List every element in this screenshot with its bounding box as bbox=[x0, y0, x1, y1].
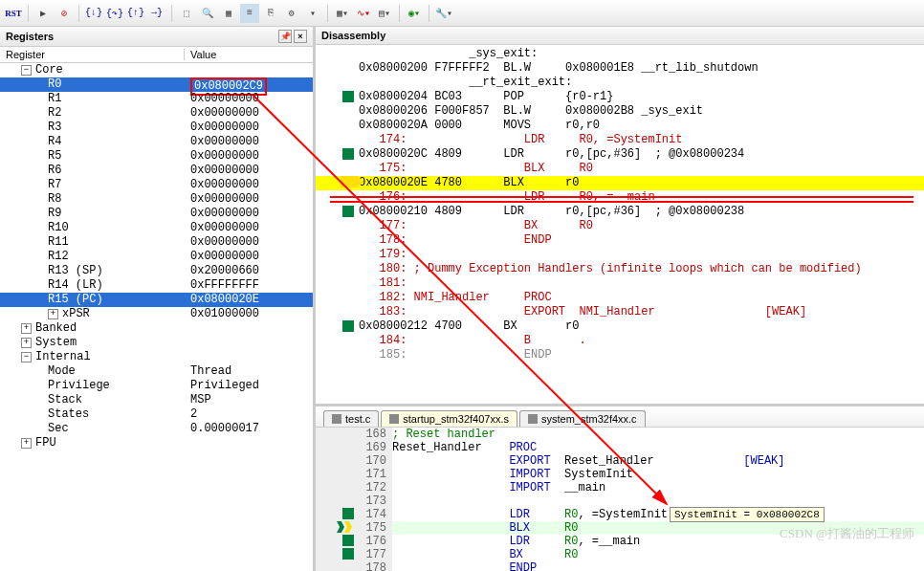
col-register: Register bbox=[0, 49, 185, 60]
register-row[interactable]: R100x00000000 bbox=[0, 221, 313, 235]
reset-button[interactable]: RST bbox=[4, 4, 23, 23]
source-line[interactable]: 174 LDR R0, =SystemInit bbox=[316, 508, 924, 521]
tooltip: SystemInit = 0x080002C8 bbox=[670, 507, 825, 522]
register-row[interactable]: R120x00000000 bbox=[0, 250, 313, 264]
register-row[interactable]: StackMSP bbox=[0, 393, 313, 407]
disasm-line[interactable]: 176: LDR R0, =__main bbox=[316, 190, 924, 205]
disasm-line[interactable]: 182: NMI_Handler PROC bbox=[316, 291, 924, 305]
register-row[interactable]: R30x00000000 bbox=[0, 121, 313, 135]
source-tab[interactable]: startup_stm32f407xx.s bbox=[381, 410, 517, 427]
source-line[interactable]: 173 bbox=[316, 494, 924, 508]
disasm-line[interactable]: 0x0800020A 0000 MOVS r0,r0 bbox=[316, 119, 924, 133]
register-row[interactable]: Sec0.00000017 bbox=[0, 422, 313, 436]
disasm-line[interactable]: 174: LDR R0, =SystemInit bbox=[316, 133, 924, 147]
col-value: Value bbox=[185, 49, 313, 60]
tb-icon-12[interactable]: 🔧▾ bbox=[434, 4, 453, 23]
register-row[interactable]: +Banked bbox=[0, 321, 313, 336]
watermark: CSDN @打酱油的工程师 bbox=[780, 525, 914, 542]
disasm-line[interactable]: 0x08000212 4700 BX r0 bbox=[316, 319, 924, 334]
register-row[interactable]: R10x00000000 bbox=[0, 92, 313, 106]
register-row[interactable]: R50x00000000 bbox=[0, 149, 313, 164]
register-row[interactable]: PrivilegePrivileged bbox=[0, 379, 313, 393]
disasm-line[interactable]: 0x08000204 BC03 POP {r0-r1} bbox=[316, 90, 924, 104]
disasm-line[interactable]: 0x0800020E 4780 BLX r0 bbox=[316, 176, 924, 190]
register-row[interactable]: R90x00000000 bbox=[0, 207, 313, 221]
register-tree[interactable]: −CoreR00x080002C9R10x00000000R20x0000000… bbox=[0, 63, 313, 571]
register-row[interactable]: R00x080002C9 bbox=[0, 77, 313, 92]
register-row[interactable]: +xPSR0x01000000 bbox=[0, 307, 313, 321]
tb-icon-11[interactable]: ◉▾ bbox=[405, 4, 424, 23]
disassembly-title: Disassembly bbox=[321, 30, 385, 41]
disasm-line[interactable]: 183: EXPORT NMI_Handler [WEAK] bbox=[316, 305, 924, 319]
source-view[interactable]: 168; Reset handler169Reset_Handler PROC1… bbox=[316, 428, 924, 571]
registers-title: Registers bbox=[6, 31, 54, 42]
register-row[interactable]: −Internal bbox=[0, 350, 313, 364]
tb-icon-10[interactable]: ▤▾ bbox=[375, 4, 394, 23]
source-line[interactable]: 178 ENDP bbox=[316, 561, 924, 571]
register-row[interactable]: States2 bbox=[0, 407, 313, 422]
disasm-line[interactable]: 179: bbox=[316, 248, 924, 262]
source-line[interactable]: 170 EXPORT Reset_Handler [WEAK] bbox=[316, 454, 924, 468]
disassembly-view[interactable]: _sys_exit:0x08000200 F7FFFFF2 BL.W 0x080… bbox=[316, 45, 924, 404]
disasm-line[interactable]: 180: ; Dummy Exception Handlers (infinit… bbox=[316, 262, 924, 276]
disasm-line[interactable]: 0x08000210 4809 LDR r0,[pc,#36] ; @0x080… bbox=[316, 205, 924, 219]
disasm-line[interactable]: 0x08000200 F7FFFFF2 BL.W 0x080001E8 __rt… bbox=[316, 61, 924, 76]
register-row[interactable]: R40x00000000 bbox=[0, 135, 313, 149]
source-tab[interactable]: test.c bbox=[323, 410, 379, 427]
close-icon[interactable]: × bbox=[294, 30, 307, 43]
source-line[interactable]: 171 IMPORT SystemInit bbox=[316, 468, 924, 481]
disasm-line[interactable]: _sys_exit: bbox=[316, 47, 924, 61]
tb-icon-4[interactable]: ≡ bbox=[240, 4, 259, 23]
source-tab[interactable]: system_stm32f4xx.c bbox=[519, 410, 646, 427]
disasm-line[interactable]: 0x08000206 F000F857 BL.W 0x080002B8 _sys… bbox=[316, 104, 924, 119]
source-line[interactable]: 177 BX R0 bbox=[316, 548, 924, 561]
register-row[interactable]: R70x00000000 bbox=[0, 178, 313, 192]
register-row[interactable]: R13 (SP)0x20000660 bbox=[0, 264, 313, 278]
register-row[interactable]: −Core bbox=[0, 63, 313, 77]
disasm-line[interactable]: 181: bbox=[316, 276, 924, 291]
disasm-line[interactable]: 0x0800020C 4809 LDR r0,[pc,#36] ; @0x080… bbox=[316, 147, 924, 162]
tb-icon-6[interactable]: ⚙ bbox=[282, 4, 301, 23]
step-in-icon[interactable]: {↓} bbox=[84, 4, 103, 23]
source-line[interactable]: 168; Reset handler bbox=[316, 428, 924, 441]
pin-icon[interactable]: 📌 bbox=[278, 30, 292, 43]
registers-panel: Registers 📌 × Register Value −CoreR00x08… bbox=[0, 27, 316, 571]
register-row[interactable]: R20x00000000 bbox=[0, 106, 313, 121]
register-row[interactable]: R110x00000000 bbox=[0, 235, 313, 250]
register-row[interactable]: R14 (LR)0xFFFFFFFF bbox=[0, 278, 313, 293]
disasm-line[interactable]: __rt_exit_exit: bbox=[316, 76, 924, 90]
disasm-line[interactable]: 177: BX R0 bbox=[316, 219, 924, 233]
register-row[interactable]: R80x00000000 bbox=[0, 192, 313, 207]
step-out-icon[interactable]: {↑} bbox=[126, 4, 145, 23]
run-icon[interactable]: ▶ bbox=[33, 4, 53, 23]
tb-icon-9[interactable]: ∿▾ bbox=[354, 4, 373, 23]
source-tabs: test.cstartup_stm32f407xx.ssystem_stm32f… bbox=[316, 406, 924, 428]
source-line[interactable]: 169Reset_Handler PROC bbox=[316, 441, 924, 454]
disasm-line[interactable]: 185: ENDP bbox=[316, 348, 924, 362]
run-to-icon[interactable]: →} bbox=[147, 4, 166, 23]
source-line[interactable]: 172 IMPORT __main bbox=[316, 481, 924, 494]
tb-icon-5[interactable]: ⎘ bbox=[261, 4, 280, 23]
tb-icon-2[interactable]: 🔍 bbox=[198, 4, 217, 23]
register-row[interactable]: R60x00000000 bbox=[0, 164, 313, 178]
tb-icon-8[interactable]: ▦▾ bbox=[333, 4, 352, 23]
step-over-icon[interactable]: {↷} bbox=[105, 4, 124, 23]
tb-icon-3[interactable]: ▦ bbox=[219, 4, 238, 23]
stop-icon[interactable]: ⊘ bbox=[55, 4, 74, 23]
disasm-line[interactable]: 178: ENDP bbox=[316, 233, 924, 248]
register-row[interactable]: +FPU bbox=[0, 436, 313, 450]
main-toolbar: RST ▶ ⊘ {↓} {↷} {↑} →} ⬚ 🔍 ▦ ≡ ⎘ ⚙ ▾ ▦▾ … bbox=[0, 0, 924, 27]
register-row[interactable]: R15 (PC)0x0800020E bbox=[0, 293, 313, 307]
register-columns: Register Value bbox=[0, 47, 313, 63]
tb-icon-7[interactable]: ▾ bbox=[303, 4, 322, 23]
disasm-line[interactable]: 184: B . bbox=[316, 334, 924, 348]
register-row[interactable]: ModeThread bbox=[0, 364, 313, 379]
disasm-line[interactable]: 175: BLX R0 bbox=[316, 162, 924, 176]
tb-icon-1[interactable]: ⬚ bbox=[177, 4, 196, 23]
register-row[interactable]: +System bbox=[0, 336, 313, 350]
